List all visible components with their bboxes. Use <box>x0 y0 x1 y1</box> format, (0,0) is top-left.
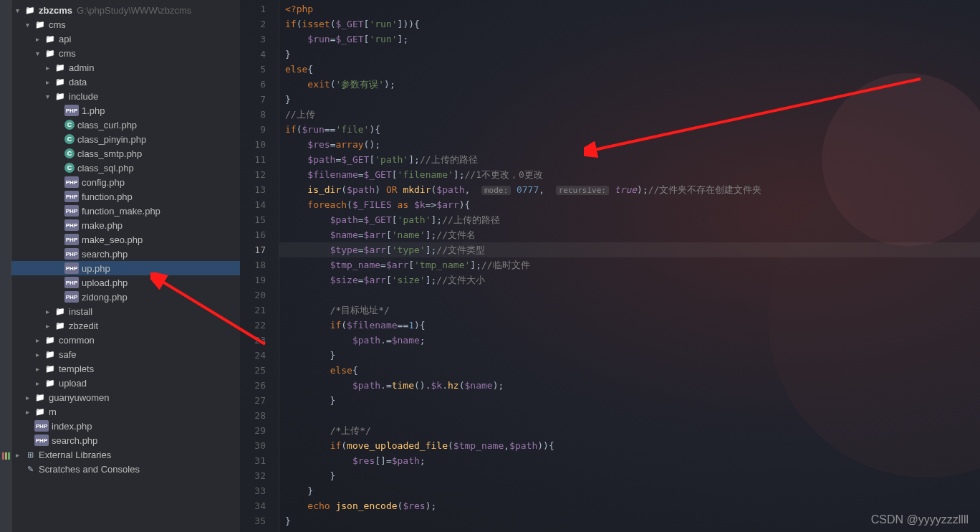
code-line[interactable]: $res[]=$path; <box>285 453 980 468</box>
tree-item-cms[interactable]: ▾ cms <box>11 17 240 32</box>
code-line[interactable]: } <box>285 468 980 483</box>
line-number[interactable]: 23 <box>240 333 279 348</box>
line-number[interactable]: 30 <box>240 438 279 453</box>
code-line[interactable] <box>285 288 980 303</box>
line-number[interactable]: 33 <box>240 483 279 498</box>
line-number[interactable]: 6 <box>240 77 279 92</box>
tree-item-guanyuwomen[interactable]: ▸ guanyuwomen <box>11 390 240 404</box>
code-line[interactable]: echo json_encode($res); <box>285 498 980 513</box>
line-number[interactable]: 21 <box>240 303 279 318</box>
chevron-icon[interactable]: ▸ <box>26 408 33 416</box>
chevron-icon[interactable]: ▸ <box>46 322 53 330</box>
tree-item-function.php[interactable]: function.php <box>11 189 240 204</box>
line-number[interactable]: 14 <box>240 197 279 212</box>
line-number[interactable]: 27 <box>240 393 279 408</box>
code-line[interactable]: } <box>285 92 980 107</box>
chevron-icon[interactable]: ▸ <box>36 379 43 387</box>
line-number[interactable]: 22 <box>240 318 279 333</box>
tree-item-include[interactable]: ▾ include <box>11 89 240 103</box>
line-number[interactable]: 31 <box>240 453 279 468</box>
line-number[interactable]: 15 <box>240 212 279 227</box>
code-area[interactable]: <?phpif(isset($_GET['run'])){ $run=$_GET… <box>279 0 980 532</box>
line-number[interactable]: 1 <box>240 1 279 16</box>
line-number[interactable]: 29 <box>240 423 279 438</box>
line-number[interactable]: 10 <box>240 137 279 152</box>
line-number[interactable]: 9 <box>240 122 279 137</box>
code-line[interactable]: foreach($_FILES as $k=>$arr){ <box>285 197 980 212</box>
tree-item-make_seo.php[interactable]: make_seo.php <box>11 232 240 247</box>
code-line[interactable]: $path=$_GET['path'];//上传的路径 <box>285 212 980 227</box>
line-gutter[interactable]: 1234567891011121314151617181920212223242… <box>240 0 279 532</box>
line-number[interactable]: 18 <box>240 257 279 272</box>
line-number[interactable]: 3 <box>240 32 279 47</box>
line-number[interactable]: 11 <box>240 152 279 167</box>
project-explorer[interactable]: ▾ zbzcms G:\phpStudy\WWW\zbzcms ▾ cms ▸ … <box>0 0 240 532</box>
tree-item-make.php[interactable]: make.php <box>11 218 240 232</box>
chevron-icon[interactable]: ▾ <box>36 49 43 57</box>
line-number[interactable]: 2 <box>240 16 279 32</box>
tree-item-api[interactable]: ▸ api <box>11 32 240 46</box>
line-number[interactable]: 19 <box>240 272 279 288</box>
tree-item-templets[interactable]: ▸ templets <box>11 361 240 376</box>
line-number[interactable]: 17 <box>240 242 279 257</box>
tree-item-index.php[interactable]: index.php <box>11 419 240 433</box>
tree-item-upload.php[interactable]: upload.php <box>11 275 240 290</box>
code-line[interactable]: if($run=='file'){ <box>285 122 980 137</box>
tree-item-class_smtp.php[interactable]: class_smtp.php <box>11 146 240 161</box>
line-number[interactable]: 8 <box>240 107 279 122</box>
chevron-icon[interactable]: ▾ <box>46 92 53 100</box>
tree-item-install[interactable]: ▸ install <box>11 304 240 318</box>
tree-item-upload[interactable]: ▸ upload <box>11 376 240 390</box>
code-line[interactable]: $run=$_GET['run']; <box>285 32 980 47</box>
code-line[interactable]: $path.=$name; <box>285 333 980 348</box>
code-line[interactable]: if(isset($_GET['run'])){ <box>285 16 980 32</box>
tree-item-External Libraries[interactable]: ▸ ⊞ External Libraries <box>11 447 240 462</box>
chevron-icon[interactable]: ▸ <box>36 351 43 358</box>
code-line[interactable]: else{ <box>285 62 980 77</box>
chevron-icon[interactable]: ▸ <box>36 365 43 373</box>
chevron-icon[interactable]: ▸ <box>46 78 53 86</box>
code-line[interactable]: } <box>285 483 980 498</box>
code-line[interactable]: if(move_uploaded_file($tmp_name,$path)){ <box>285 438 980 453</box>
code-line[interactable]: $name=$arr['name'];//文件名 <box>285 227 980 242</box>
code-line[interactable]: /*上传*/ <box>285 423 980 438</box>
line-number[interactable]: 35 <box>240 513 279 528</box>
tree-item-zbzedit[interactable]: ▸ zbzedit <box>11 318 240 333</box>
line-number[interactable]: 20 <box>240 288 279 303</box>
line-number[interactable]: 28 <box>240 408 279 423</box>
code-line[interactable]: $tmp_name=$arr['tmp_name'];//临时文件 <box>285 257 980 272</box>
code-line[interactable]: //上传 <box>285 107 980 122</box>
line-number[interactable]: 12 <box>240 167 279 182</box>
code-line[interactable]: else{ <box>285 363 980 378</box>
code-line[interactable]: $path=$_GET['path'];//上传的路径 <box>285 152 980 167</box>
code-line[interactable]: is_dir($path) OR mkdir($path, mode: 0777… <box>285 182 980 197</box>
code-line[interactable]: } <box>285 393 980 408</box>
tree-item-up.php[interactable]: up.php <box>11 261 240 275</box>
line-number[interactable]: 25 <box>240 363 279 378</box>
code-line[interactable]: exit('参数有误'); <box>285 77 980 92</box>
code-line[interactable]: } <box>285 348 980 363</box>
chevron-icon[interactable]: ▸ <box>36 35 43 43</box>
tree-item-search.php[interactable]: search.php <box>11 433 240 447</box>
tree-item-class_curl.php[interactable]: class_curl.php <box>11 118 240 132</box>
chevron-icon[interactable]: ▸ <box>16 451 23 459</box>
line-number[interactable]: 26 <box>240 378 279 393</box>
code-line[interactable]: if($filename==1){ <box>285 318 980 333</box>
tree-item-config.php[interactable]: config.php <box>11 175 240 189</box>
code-line[interactable]: $size=$arr['size'];//文件大小 <box>285 272 980 288</box>
code-line[interactable]: $filename=$_GET['filename'];//1不更改，0更改 <box>285 167 980 182</box>
chevron-icon[interactable]: ▸ <box>46 64 53 72</box>
tree-item-m[interactable]: ▸ m <box>11 404 240 419</box>
line-number[interactable]: 7 <box>240 92 279 107</box>
tree-item-Scratches and Consoles[interactable]: ✎ Scratches and Consoles <box>11 462 240 476</box>
tree-item-function_make.php[interactable]: function_make.php <box>11 204 240 218</box>
tree-item-admin[interactable]: ▸ admin <box>11 60 240 75</box>
tree-item-zbzcms[interactable]: ▾ zbzcms G:\phpStudy\WWW\zbzcms <box>11 3 240 17</box>
editor[interactable]: 1234567891011121314151617181920212223242… <box>240 0 980 532</box>
code-line[interactable]: <?php <box>285 1 980 16</box>
chevron-icon[interactable]: ▾ <box>26 21 33 29</box>
chevron-icon[interactable]: ▸ <box>36 336 43 344</box>
tree-item-safe[interactable]: ▸ safe <box>11 347 240 361</box>
line-number[interactable]: 4 <box>240 47 279 62</box>
code-line[interactable]: /*目标地址*/ <box>285 303 980 318</box>
